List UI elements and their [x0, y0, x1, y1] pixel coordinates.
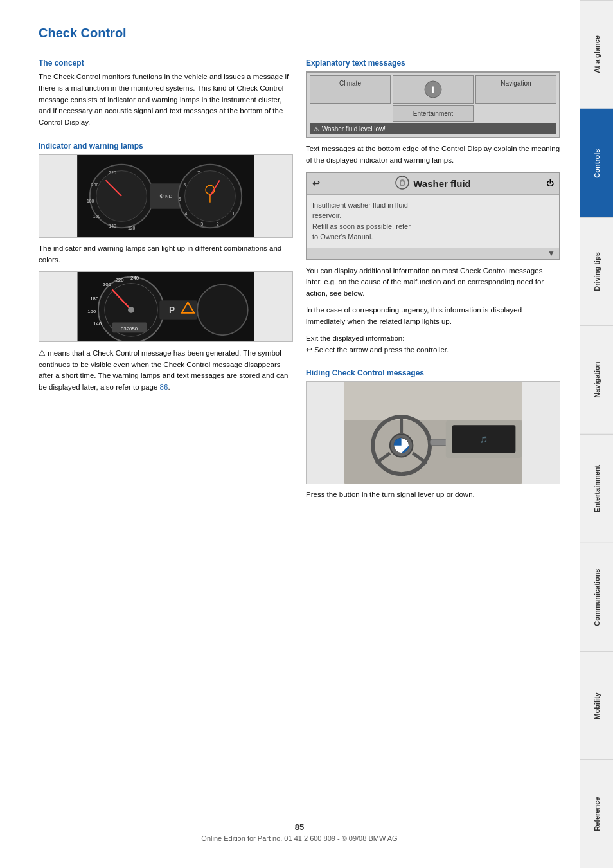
svg-text:220: 220	[115, 276, 124, 282]
detail-box: ↩ Washer fluid ⏻	[306, 172, 560, 260]
detail-box-body: Insufficient washer fluid in fluid reser…	[307, 195, 559, 248]
svg-text:240: 240	[130, 275, 139, 280]
svg-text:i: i	[432, 84, 434, 95]
sidebar-tab-mobility[interactable]: Mobility	[580, 651, 613, 760]
svg-text:4: 4	[185, 212, 188, 216]
svg-text:032050: 032050	[121, 326, 138, 332]
sidebar-tab-entertainment[interactable]: Entertainment	[580, 434, 613, 543]
footer-text: Online Edition for Part no. 01 41 2 600 …	[39, 835, 560, 842]
scroll-down-icon: ▼	[547, 249, 555, 258]
page-number: 85	[39, 822, 560, 832]
svg-text:120: 120	[128, 226, 136, 230]
svg-text:180: 180	[87, 199, 94, 203]
idrive-warning-bar: ⚠ Washer fluid level low!	[310, 123, 556, 134]
idrive-screen-image: Climate i Navigation Entertainment	[306, 71, 560, 138]
page-container: Check Control The concept The Check Cont…	[0, 0, 613, 868]
svg-text:🎵: 🎵	[480, 435, 488, 444]
washer-fluid-icon	[395, 176, 409, 192]
left-column: The concept The Check Control monitors f…	[39, 51, 293, 803]
svg-text:220: 220	[109, 170, 116, 175]
two-column-layout: The concept The Check Control monitors f…	[39, 51, 560, 803]
svg-text:3: 3	[200, 222, 203, 226]
svg-text:1: 1	[232, 212, 235, 216]
indicator-heading: Indicator and warning lamps	[39, 141, 293, 150]
sidebar-tab-controls[interactable]: Controls	[580, 109, 613, 217]
concept-text: The Check Control monitors functions in …	[39, 71, 293, 129]
detail-box-title: Washer fluid	[395, 176, 470, 192]
warning-text: ⚠ means that a Check Control message has…	[39, 347, 293, 393]
svg-text:⚙ ND: ⚙ ND	[159, 194, 173, 199]
return-arrow-icon: ↩	[306, 346, 312, 354]
main-content: Check Control The concept The Check Cont…	[0, 0, 580, 868]
svg-text:180: 180	[90, 296, 99, 302]
concept-heading: The concept	[39, 59, 293, 68]
svg-text:!: !	[187, 307, 188, 313]
detail-box-footer: ▼	[307, 248, 559, 259]
speedometer-image: 200 220 240 180 160 140 032050	[39, 271, 293, 342]
sidebar-tab-reference[interactable]: Reference	[580, 759, 613, 868]
back-arrow-icon[interactable]: ↩	[312, 178, 320, 188]
svg-point-34	[128, 307, 134, 313]
page-footer: 85 Online Edition for Part no. 01 41 2 6…	[39, 816, 560, 842]
svg-point-42	[197, 284, 248, 335]
entertainment-button[interactable]: Entertainment	[393, 105, 474, 122]
svg-text:160: 160	[93, 215, 101, 219]
sidebar-tab-navigation[interactable]: Navigation	[580, 325, 613, 434]
hiding-messages-image: 🎵	[306, 381, 560, 484]
sidebar-tab-communications[interactable]: Communications	[580, 543, 613, 651]
idrive-center-icon: i	[393, 75, 474, 104]
page-link[interactable]: 86	[160, 383, 168, 391]
sidebar-tab-at-a-glance[interactable]: At a glance	[580, 0, 613, 109]
svg-text:5: 5	[179, 197, 181, 201]
svg-text:200: 200	[91, 183, 99, 187]
hiding-heading: Hiding Check Control messages	[306, 368, 560, 377]
svg-text:P: P	[169, 305, 175, 315]
warning-icon-small: ⚠	[314, 125, 319, 132]
idrive-buttons: Climate i Navigation Entertainment	[310, 75, 556, 122]
right-column: Explanatory text messages Climate i Navi…	[306, 51, 560, 803]
sidebar-tab-driving-tips[interactable]: Driving tips	[580, 217, 613, 326]
hiding-caption: Press the button in the turn signal leve…	[306, 489, 560, 501]
navigation-button[interactable]: Navigation	[475, 75, 556, 104]
explanatory-text: Text messages at the bottom edge of the …	[306, 143, 560, 167]
svg-text:160: 160	[87, 309, 96, 314]
svg-text:140: 140	[93, 321, 102, 327]
detail-box-header: ↩ Washer fluid ⏻	[307, 173, 559, 195]
sidebar: At a glance Controls Driving tips Naviga…	[580, 0, 613, 868]
svg-text:200: 200	[103, 281, 112, 287]
page-title: Check Control	[39, 26, 560, 41]
exit-label: Exit the displayed information: ↩ Select…	[306, 333, 560, 356]
explanatory-heading: Explanatory text messages	[306, 59, 560, 68]
svg-text:7: 7	[197, 170, 200, 175]
warning-triangle-icon: ⚠	[39, 348, 46, 357]
urgency-text: In the case of corresponding urgency, th…	[306, 305, 560, 328]
detail-power-icon[interactable]: ⏻	[546, 179, 554, 188]
svg-text:2: 2	[217, 222, 219, 226]
svg-text:6: 6	[184, 183, 186, 187]
instrument-cluster-image: 220 200 180 160 140 120 ⚙ ND	[39, 154, 293, 238]
additional-info-text: You can display additional information o…	[306, 266, 560, 300]
indicator-caption: The indicator and warning lamps can ligh…	[39, 243, 293, 266]
climate-button[interactable]: Climate	[310, 75, 391, 104]
svg-text:140: 140	[109, 224, 116, 228]
